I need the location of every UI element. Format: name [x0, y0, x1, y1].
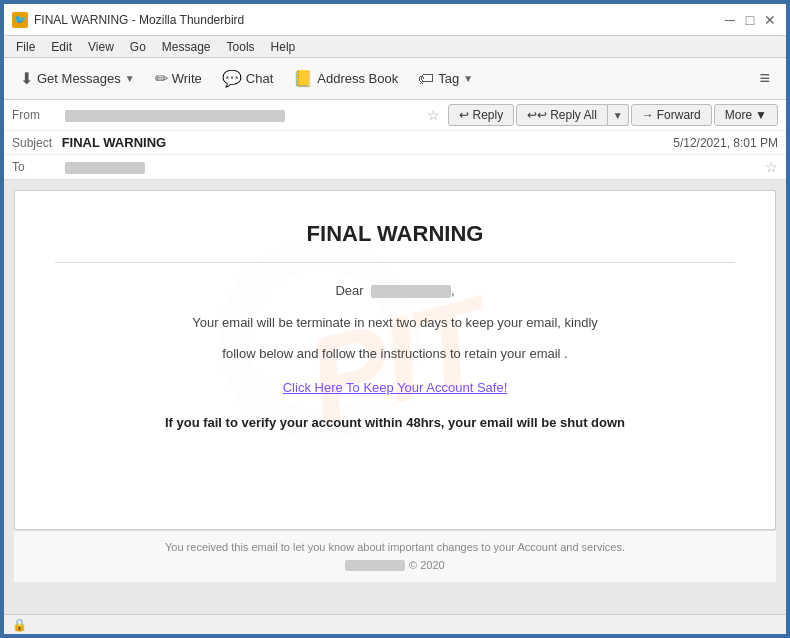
main-window: 🐦 FINAL WARNING - Mozilla Thunderbird ─ …: [2, 2, 788, 636]
maximize-button[interactable]: □: [742, 12, 758, 28]
reply-all-button[interactable]: ↩↩ Reply All: [516, 104, 608, 126]
more-dropdown-icon: ▼: [755, 108, 767, 122]
dear-row: Dear ,: [55, 283, 735, 298]
write-label: Write: [172, 71, 202, 86]
write-button[interactable]: ✏ Write: [147, 65, 210, 92]
status-icon: 🔒: [12, 618, 27, 632]
subject-label: Subject: [12, 136, 52, 150]
recipient-name: [371, 285, 451, 298]
footer-brand: [345, 560, 405, 571]
keep-account-safe-link[interactable]: Click Here To Keep Your Account Safe!: [55, 380, 735, 395]
email-title: FINAL WARNING: [55, 221, 735, 263]
address-book-label: Address Book: [317, 71, 398, 86]
chat-icon: 💬: [222, 69, 242, 88]
dear-text: Dear: [335, 283, 363, 298]
menu-message[interactable]: Message: [154, 38, 219, 56]
reply-button[interactable]: ↩ Reply: [448, 104, 514, 126]
email-inner: FINAL WARNING Dear , Your email will be …: [55, 221, 735, 430]
minimize-button[interactable]: ─: [722, 12, 738, 28]
email-para-2: follow below and follow the instructions…: [55, 344, 735, 365]
status-bar: 🔒: [4, 614, 786, 634]
action-buttons: ↩ Reply ↩↩ Reply All ▼ → Forward More ▼: [448, 104, 778, 126]
close-button[interactable]: ✕: [762, 12, 778, 28]
menu-tools[interactable]: Tools: [219, 38, 263, 56]
tag-dropdown-icon: ▼: [463, 73, 473, 84]
to-value: [65, 160, 757, 174]
tag-button[interactable]: 🏷 Tag ▼: [410, 66, 481, 92]
address-book-button[interactable]: 📒 Address Book: [285, 65, 406, 92]
email-content: PIT FINAL WARNING Dear , Your email will…: [14, 190, 776, 530]
email-footer: You received this email to let you know …: [14, 530, 776, 582]
window-controls: ─ □ ✕: [722, 12, 778, 28]
from-value: [65, 108, 419, 122]
title-bar-left: 🐦 FINAL WARNING - Mozilla Thunderbird: [12, 12, 244, 28]
footer-text: You received this email to let you know …: [24, 541, 766, 553]
write-icon: ✏: [155, 69, 168, 88]
subject-value: FINAL WARNING: [62, 135, 166, 150]
footer-copyright: © 2020: [409, 559, 445, 571]
chat-label: Chat: [246, 71, 273, 86]
menu-file[interactable]: File: [8, 38, 43, 56]
forward-button[interactable]: → Forward: [631, 104, 712, 126]
address-book-icon: 📒: [293, 69, 313, 88]
footer-brand-row: © 2020: [24, 557, 766, 572]
more-label: More: [725, 108, 752, 122]
menu-view[interactable]: View: [80, 38, 122, 56]
menu-help[interactable]: Help: [263, 38, 304, 56]
hamburger-menu-button[interactable]: ≡: [751, 64, 778, 93]
menu-bar: File Edit View Go Message Tools Help: [4, 36, 786, 58]
from-row: From ☆ ↩ Reply ↩↩ Reply All ▼ →: [4, 100, 786, 131]
forward-icon: →: [642, 108, 654, 122]
email-para-1: Your email will be terminate in next two…: [55, 313, 735, 334]
get-messages-dropdown-icon[interactable]: ▼: [125, 73, 135, 84]
title-bar: 🐦 FINAL WARNING - Mozilla Thunderbird ─ …: [4, 4, 786, 36]
get-messages-icon: ⬇: [20, 69, 33, 88]
reply-all-dropdown-button[interactable]: ▼: [608, 104, 629, 126]
from-label: From: [12, 108, 57, 122]
subject-row: Subject FINAL WARNING 5/12/2021, 8:01 PM: [4, 131, 786, 155]
subject-container: Subject FINAL WARNING: [12, 135, 166, 150]
menu-edit[interactable]: Edit: [43, 38, 80, 56]
reply-all-group: ↩↩ Reply All ▼: [516, 104, 629, 126]
tag-label: Tag: [438, 71, 459, 86]
more-button[interactable]: More ▼: [714, 104, 778, 126]
reply-all-label: Reply All: [550, 108, 597, 122]
star-icon[interactable]: ☆: [427, 107, 440, 123]
to-star-icon[interactable]: ☆: [765, 159, 778, 175]
reply-all-icon: ↩↩: [527, 108, 547, 122]
date-value: 5/12/2021, 8:01 PM: [673, 136, 778, 150]
get-messages-button[interactable]: ⬇ Get Messages ▼: [12, 65, 143, 92]
email-header: From ☆ ↩ Reply ↩↩ Reply All ▼ →: [4, 100, 786, 180]
tag-icon: 🏷: [418, 70, 434, 88]
reply-label: Reply: [472, 108, 503, 122]
email-warning: If you fail to verify your account withi…: [55, 415, 735, 430]
email-body: PIT FINAL WARNING Dear , Your email will…: [4, 180, 786, 614]
to-label: To: [12, 160, 57, 174]
get-messages-label: Get Messages: [37, 71, 121, 86]
to-row: To ☆: [4, 155, 786, 179]
reply-icon: ↩: [459, 108, 469, 122]
menu-go[interactable]: Go: [122, 38, 154, 56]
app-icon: 🐦: [12, 12, 28, 28]
toolbar: ⬇ Get Messages ▼ ✏ Write 💬 Chat 📒 Addres…: [4, 58, 786, 100]
chat-button[interactable]: 💬 Chat: [214, 65, 281, 92]
forward-label: Forward: [657, 108, 701, 122]
window-title: FINAL WARNING - Mozilla Thunderbird: [34, 13, 244, 27]
